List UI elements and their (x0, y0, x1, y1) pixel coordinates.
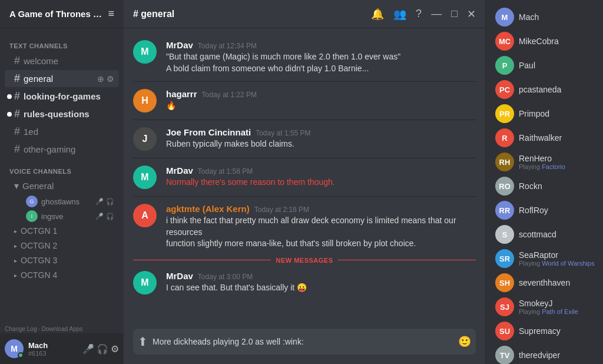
message-text: A bold claim from someone who didn't pla… (166, 63, 476, 75)
message-author[interactable]: MrDav (166, 271, 193, 281)
member-item-searaptor[interactable]: SRSeaRaptorPlaying World of Warships (488, 247, 601, 270)
member-item-theredviper[interactable]: TVtheredviper (488, 343, 601, 364)
voice-user-icons: 🎤🎧 (95, 213, 114, 220)
channels-list: TEXT CHANNELS #welcome#general⊕⚙#looking… (0, 28, 124, 325)
settings-button[interactable]: ⚙ (111, 343, 119, 355)
unread-dot (7, 112, 12, 117)
member-item-mikecobra[interactable]: MCMikeCobra (488, 29, 601, 53)
message-avatar: A (133, 204, 157, 227)
octgn-container: ▸OCTGN 1▸OCTGN 2▸OCTGN 3▸OCTGN 4 (0, 224, 124, 282)
member-item-mach[interactable]: MMach (488, 5, 601, 29)
member-name: Raithwalker (519, 133, 596, 143)
message-text: "But that game (Magic) is much more like… (166, 51, 476, 63)
minimize-button[interactable]: — (431, 8, 442, 20)
messages-container: MMrDavToday at 12:34 PM"But that game (M… (124, 38, 485, 297)
member-info: Paul (519, 61, 596, 70)
member-status: Playing Factorio (519, 163, 596, 170)
member-info: seventhhaven (519, 278, 596, 287)
settings-icon[interactable]: ⚙ (107, 74, 114, 84)
message-group: MMrDavToday at 1:58 PMNormally there's s… (124, 163, 485, 191)
member-item-roflroy[interactable]: RRRoflRoy (488, 198, 601, 222)
sidebar-channel-looking-for-games[interactable]: #looking-for-games (5, 88, 119, 105)
server-header[interactable]: A Game of Thrones L... ≡ (0, 0, 124, 28)
member-avatar: RR (495, 201, 514, 220)
message-author[interactable]: hagarrr (166, 89, 197, 99)
member-item-smokeyj[interactable]: SJSmokeyJPlaying Path of Exile (488, 295, 601, 319)
members-icon[interactable]: 👥 (393, 8, 406, 21)
member-item-supremacy[interactable]: SUSupremacy (488, 319, 601, 343)
octgn-channel-1[interactable]: ▸OCTGN 1 (5, 224, 119, 238)
sidebar-channel-general[interactable]: #general⊕⚙ (5, 70, 119, 87)
bell-icon[interactable]: 🔔 (371, 8, 384, 21)
message-content: MrDavToday at 3:00 PMI can see that. But… (166, 271, 476, 294)
channel-hash-icon: # (14, 125, 20, 138)
message-timestamp: Today at 2:18 PM (254, 206, 309, 214)
header-icons: 🔔 👥 ? — □ ✕ (371, 8, 476, 21)
member-info: Primpod (519, 109, 596, 118)
octgn-label: OCTGN 1 (21, 226, 57, 236)
message-author[interactable]: MrDav (166, 166, 193, 176)
member-name: Primpod (519, 109, 596, 118)
close-button[interactable]: ✕ (467, 8, 476, 21)
voice-user-ingsve[interactable]: Iingsve🎤🎧 (5, 209, 119, 223)
message-author[interactable]: Joe From Cincinnati (166, 127, 251, 137)
member-info: RenHeroPlaying Factorio (519, 154, 596, 170)
voice-user-name: ingsve (41, 212, 64, 221)
member-name: scottmacd (519, 230, 596, 239)
octgn-channel-3[interactable]: ▸OCTGN 3 (5, 253, 119, 267)
upload-icon[interactable]: ⬆ (138, 335, 148, 349)
sidebar-channel-rules-questions[interactable]: #rules-questions (5, 105, 119, 123)
message-author[interactable]: agktmte (Alex Kern) (166, 204, 250, 214)
chat-input[interactable] (153, 337, 453, 346)
message-avatar: J (133, 127, 157, 151)
message-header: MrDavToday at 1:58 PM (166, 166, 476, 176)
member-item-raithwalker[interactable]: RRaithwalker (488, 126, 601, 150)
channel-name-label: general (24, 74, 53, 84)
help-icon[interactable]: ? (416, 8, 422, 20)
hamburger-icon[interactable]: ≡ (108, 8, 114, 20)
deafen-button[interactable]: 🎧 (97, 343, 108, 355)
voice-icon: ▾ (14, 180, 19, 191)
maximize-button[interactable]: □ (451, 8, 458, 20)
message-group: MMrDavToday at 3:00 PMI can see that. Bu… (124, 269, 485, 297)
member-item-pcastaneda[interactable]: PCpcastaneda (488, 78, 601, 101)
member-info: scottmacd (519, 230, 596, 239)
octgn-channel-4[interactable]: ▸OCTGN 4 (5, 268, 119, 282)
member-item-renhero[interactable]: RHRenHeroPlaying Factorio (488, 150, 601, 174)
headset-icon: 🎧 (106, 213, 114, 220)
message-author[interactable]: MrDav (166, 40, 193, 50)
message-text: Ruben typically makes bold claims. (166, 138, 476, 150)
octgn-channel-2[interactable]: ▸OCTGN 2 (5, 239, 119, 253)
voice-user-ghostlawns[interactable]: Gghostlawns🎤🎧 (5, 194, 119, 209)
member-item-primpod[interactable]: PRPrimpod (488, 102, 601, 125)
member-item-scottmacd[interactable]: Sscottmacd (488, 223, 601, 246)
message-content: MrDavToday at 1:58 PMNormally there's so… (166, 166, 476, 189)
mute-button[interactable]: 🎤 (82, 343, 94, 355)
message-avatar: H (133, 89, 157, 112)
emoji-icon[interactable]: 🙂 (458, 335, 471, 348)
sidebar-channel-other-gaming[interactable]: #other-gaming (5, 141, 119, 158)
user-info: Mach #6163 (28, 341, 78, 357)
message-avatar: M (133, 40, 157, 64)
message-divider (133, 120, 476, 120)
user-avatar-wrap: M (5, 339, 24, 358)
game-name: Path of Exile (542, 308, 578, 315)
member-item-rockn[interactable]: RORockn (488, 174, 601, 198)
member-name: SmokeyJ (519, 299, 596, 308)
octgn-arrow-icon: ▸ (14, 228, 17, 234)
voice-channel-general[interactable]: ▾ General (5, 178, 119, 194)
channel-hash-icon: # (14, 72, 20, 85)
message-timestamp: Today at 1:55 PM (256, 129, 310, 137)
message-timestamp: Today at 1:22 PM (202, 91, 257, 99)
message-text: Normally there's some reason to them tho… (166, 177, 476, 188)
invite-icon[interactable]: ⊕ (97, 74, 104, 84)
member-item-paul[interactable]: PPaul (488, 54, 601, 77)
member-item-seventhhaven[interactable]: SHseventhhaven (488, 271, 601, 294)
chat-title: # general (133, 9, 174, 19)
sidebar-channel-welcome[interactable]: #welcome (5, 52, 119, 70)
message-divider (133, 158, 476, 158)
sidebar-channel-1ed[interactable]: #1ed (5, 123, 119, 140)
channels-container: #welcome#general⊕⚙#looking-for-games#rul… (0, 52, 124, 158)
voice-user-name: ghostlawns (41, 197, 79, 206)
member-name: Rockn (519, 181, 596, 191)
